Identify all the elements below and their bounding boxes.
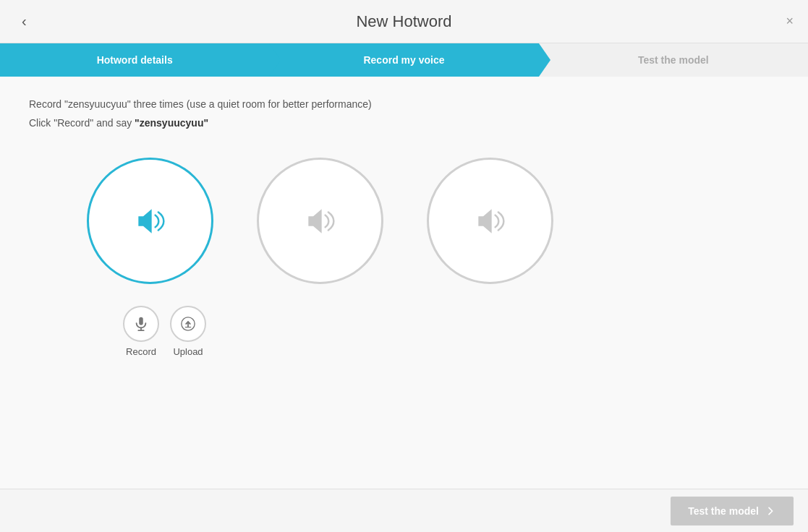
speaker-icon-2: [302, 203, 339, 239]
record-control: Record: [123, 306, 159, 357]
speaker-icon-active: [132, 203, 169, 239]
back-button[interactable]: ‹: [14, 9, 34, 33]
instruction-prefix: Click "Record" and say: [29, 117, 135, 129]
mic-icon: [133, 316, 149, 332]
tab-record-voice[interactable]: Record my voice: [269, 43, 538, 77]
main-content: Record "zensyuucyuu" three times (use a …: [0, 77, 808, 489]
voice-circles: [29, 158, 779, 284]
footer: Test the model: [0, 489, 808, 532]
tab-hotword-details[interactable]: Hotword details: [0, 43, 269, 77]
tab-record-voice-label: Record my voice: [363, 54, 444, 66]
step-tabs: Hotword details Record my voice Test the…: [0, 43, 808, 77]
close-button[interactable]: ×: [786, 14, 794, 29]
instruction-hotword: "zensyuucyuu": [135, 117, 208, 129]
svg-rect-0: [139, 317, 143, 325]
voice-circle-1: [87, 158, 213, 284]
tab-test-model-label: Test the model: [638, 54, 709, 66]
close-icon: ×: [786, 14, 794, 28]
test-model-label: Test the model: [688, 505, 759, 517]
chevron-right-icon: [765, 505, 776, 517]
controls-row: Record Upload: [29, 306, 779, 357]
record-label: Record: [126, 346, 156, 357]
upload-button[interactable]: [170, 306, 206, 342]
record-button[interactable]: [123, 306, 159, 342]
voice-circle-3: [427, 158, 553, 284]
upload-control: Upload: [170, 306, 206, 357]
upload-label: Upload: [173, 346, 203, 357]
test-model-button[interactable]: Test the model: [671, 497, 794, 525]
tab-hotword-details-label: Hotword details: [97, 54, 173, 66]
page-title: New Hotword: [356, 12, 451, 31]
voice-circle-2: [257, 158, 383, 284]
header: ‹ New Hotword ×: [0, 0, 808, 43]
speaker-icon-3: [472, 203, 509, 239]
instruction-primary: Record "zensyuucyuu" three times (use a …: [29, 98, 779, 110]
back-icon: ‹: [22, 13, 27, 29]
tab-test-model[interactable]: Test the model: [539, 43, 808, 77]
instruction-secondary: Click "Record" and say "zensyuucyuu": [29, 117, 779, 129]
upload-icon: [180, 316, 196, 332]
